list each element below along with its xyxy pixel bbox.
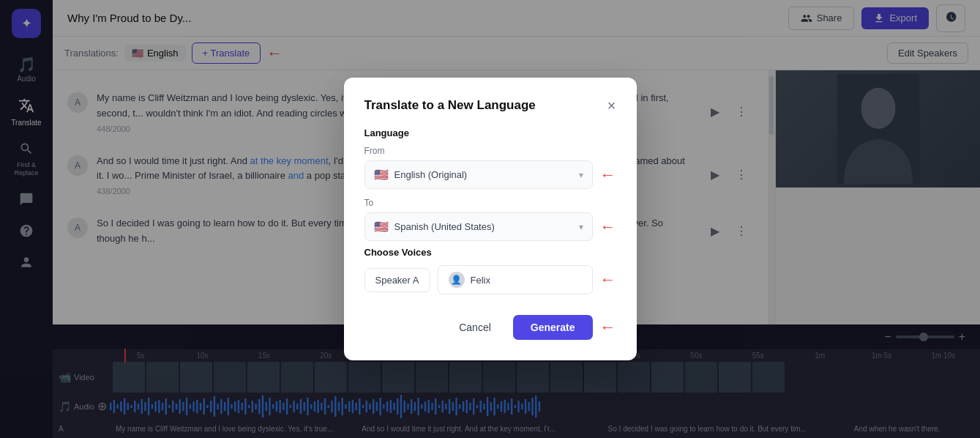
to-language-select[interactable]: 🇺🇸 Spanish (United States) ▾ [364, 212, 593, 241]
modal-overlay[interactable]: Translate to a New Language × Language F… [0, 0, 980, 438]
from-label: From [364, 146, 616, 156]
voice-avatar: 👤 [449, 272, 465, 288]
to-language-value: 🇺🇸 Spanish (United States) [374, 220, 573, 234]
language-section: Language From 🇺🇸 English (Original) ▾ ← … [364, 127, 616, 241]
from-flag-icon: 🇺🇸 [374, 168, 389, 182]
speaker-a-chip[interactable]: Speaker A [364, 268, 430, 292]
voices-section-label: Choose Voices [364, 247, 616, 258]
arrow-to-language: ← [600, 219, 616, 235]
to-flag-icon: 🇺🇸 [374, 220, 389, 234]
from-chevron-icon: ▾ [579, 170, 583, 180]
voices-row: Speaker A 👤 Felix [364, 265, 593, 294]
voice-name: Felix [471, 275, 490, 286]
voices-section: Choose Voices Speaker A 👤 Felix ← [364, 247, 616, 294]
to-chevron-icon: ▾ [579, 222, 583, 232]
translate-modal: Translate to a New Language × Language F… [344, 78, 637, 360]
modal-footer: Cancel Generate ← [364, 315, 616, 340]
voice-felix-chip[interactable]: 👤 Felix [438, 265, 593, 294]
generate-button[interactable]: Generate [513, 315, 593, 340]
modal-close-button[interactable]: × [607, 98, 616, 113]
modal-header: Translate to a New Language × [364, 98, 616, 113]
from-language-select[interactable]: 🇺🇸 English (Original) ▾ [364, 160, 593, 189]
language-section-label: Language [364, 127, 616, 138]
to-label: To [364, 198, 616, 208]
arrow-from-language: ← [600, 167, 616, 183]
cancel-button[interactable]: Cancel [444, 315, 506, 340]
arrow-generate: ← [600, 319, 616, 335]
from-language-value: 🇺🇸 English (Original) [374, 168, 573, 182]
arrow-voices: ← [600, 272, 616, 288]
modal-title: Translate to a New Language [364, 98, 536, 113]
